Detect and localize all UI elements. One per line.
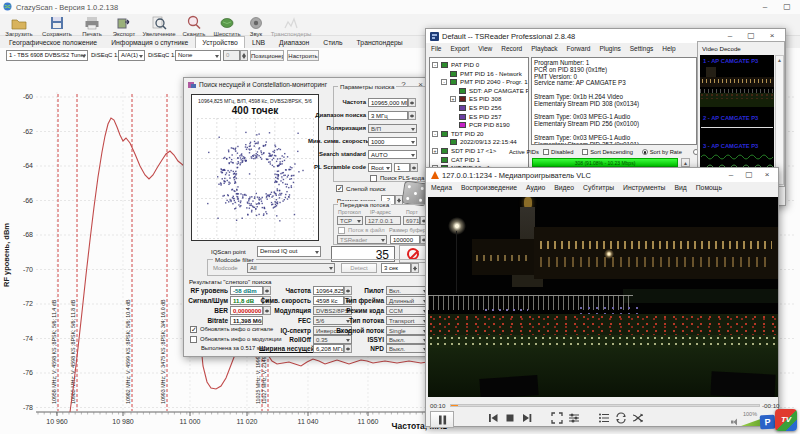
menu-item-file[interactable]: File (431, 45, 441, 52)
video-icon (459, 96, 466, 102)
param-value-stepper[interactable]: 3 МГц (368, 111, 408, 120)
tree-node-label[interactable]: SDT PID 17 <1> (451, 147, 496, 154)
seek-slider[interactable] (450, 404, 760, 407)
port-stepper[interactable]: 6971 (403, 216, 420, 225)
detect-button[interactable]: Detect (341, 263, 377, 273)
tree-expand-toggle[interactable]: - (441, 79, 447, 85)
carrier-width-link[interactable]: Ширина несущей (259, 345, 311, 352)
previous-button[interactable] (486, 411, 501, 426)
menu-item-settings[interactable]: Settings (630, 45, 654, 52)
menu-item-record[interactable]: Record (501, 45, 522, 52)
param-value-select[interactable]: В/П (368, 124, 417, 133)
blind-search-checkbox[interactable]: ✓ (336, 185, 343, 192)
result-value-select[interactable]: Вкл. (386, 286, 429, 295)
tree-expand-toggle[interactable]: - (432, 131, 438, 137)
result-value-select[interactable]: Single (386, 326, 429, 335)
sort-option-radio[interactable] (642, 149, 648, 155)
tree-expand-toggle[interactable]: + (450, 96, 456, 102)
menu-item-playback[interactable]: Playback (531, 45, 557, 52)
menu-item-3[interactable]: Видео (554, 184, 574, 191)
close-button[interactable]: × (760, 169, 774, 180)
shuffle-button[interactable] (631, 411, 646, 426)
ip-field[interactable]: 127.0.0.1 (365, 216, 401, 225)
menu-item-plugins[interactable]: Plugins (599, 45, 620, 52)
param-value-stepper[interactable]: 10965,000 МГц (368, 98, 408, 107)
tree-node-label[interactable]: ES PID 256 (469, 104, 501, 111)
decode-stream-label: 2 - AP CAMGATE P3 (703, 115, 758, 121)
stream-to-file-checkbox[interactable] (338, 227, 345, 234)
menu-item-0[interactable]: Медиа (431, 184, 452, 191)
sort-option-checkbox[interactable] (543, 149, 549, 155)
tv-app-icon[interactable]: TV (775, 409, 797, 431)
menu-item-view[interactable]: View (478, 45, 492, 52)
menu-item-6[interactable]: Вид (674, 184, 686, 191)
video-decode-scrollbar[interactable]: ▲ (775, 55, 784, 185)
pause-button[interactable] (430, 411, 454, 428)
pl-code-stepper[interactable]: 1 (394, 163, 410, 172)
tree-node-label[interactable]: SDT: AP CAMGATE P3 (469, 87, 529, 94)
param-value-select[interactable]: AUTO (368, 150, 417, 159)
minimize-button[interactable]: – (724, 169, 738, 180)
video-decode-title: Video Decode (702, 45, 741, 52)
playlist-button[interactable] (597, 411, 612, 426)
pl-root-select[interactable]: Root (368, 163, 392, 172)
extended-button[interactable] (567, 411, 582, 426)
spinner[interactable] (410, 163, 418, 172)
scroll-up-icon[interactable]: ▲ (681, 158, 690, 167)
tree-node-label[interactable]: TDT PID 20 (451, 130, 484, 137)
details-line: Elementary Stream PID 257 (0x0101) (534, 142, 694, 145)
minimize-button[interactable]: – (723, 30, 737, 41)
tree-expand-toggle[interactable]: - (432, 62, 438, 68)
menu-item-help[interactable]: Help (662, 45, 675, 52)
menu-item-2[interactable]: Аудио (526, 184, 545, 191)
chevron-down-icon (411, 154, 415, 157)
tree-node-label[interactable]: 2022/09/13 22:15:44 (460, 138, 517, 145)
tree-node-label[interactable]: PCR PID 8190 (469, 121, 510, 128)
menu-item-7[interactable]: Помощь (696, 184, 722, 191)
tree-node-label[interactable]: CAT PID 1 (451, 156, 480, 163)
fullscreen-button[interactable] (550, 411, 565, 426)
detect-interval[interactable]: 3 сек (381, 263, 411, 273)
maximize-button[interactable]: ▢ (744, 30, 758, 41)
result-value-select[interactable]: CCM (386, 306, 429, 315)
close-button[interactable]: × (765, 30, 779, 41)
result-value-select[interactable]: Длинный (386, 296, 429, 305)
sort-option-checkbox[interactable] (582, 149, 588, 155)
update-info-checkbox[interactable]: ✓ (190, 326, 197, 333)
menu-item-5[interactable]: Инструменты (623, 184, 665, 191)
result-label: Симв. скорость (259, 297, 311, 304)
iqscan-select[interactable]: Demod IQ out (257, 246, 321, 257)
tree-expand-toggle[interactable]: + (432, 148, 438, 154)
vlc-video-area[interactable] (428, 197, 778, 397)
loop-button[interactable] (614, 411, 629, 426)
details-line: Elementary Stream PID 308 (0x0134) (534, 101, 694, 108)
vlc-titlebar[interactable]: 127.0.0.1:1234 - Медиапроигрыватель VLC … (426, 168, 778, 182)
tree-node-label[interactable]: PMT PID 16 - Network (460, 70, 522, 77)
update-info-checkbox[interactable] (190, 336, 197, 343)
param-value-select[interactable]: 1000 (368, 137, 417, 146)
detect-interval-spin[interactable] (411, 263, 419, 273)
tree-node-label[interactable]: PMT PID 2040 - Progr. 1 (460, 78, 528, 85)
result-label: Bitrate (186, 317, 228, 324)
spinner[interactable] (408, 111, 416, 120)
menu-item-forward[interactable]: Forward (567, 45, 591, 52)
tree-node-label[interactable]: ES PID 257 (469, 113, 501, 120)
menu-item-4[interactable]: Субтитры (583, 184, 614, 191)
maximize-button[interactable]: ▢ (742, 169, 756, 180)
pls-search-checkbox[interactable] (370, 175, 377, 182)
result-value-select[interactable]: Выкл. (386, 335, 429, 344)
consumer-select[interactable]: TSReader (337, 235, 387, 244)
stop-button[interactable] (503, 411, 518, 426)
buffer-stepper[interactable]: 100000 (390, 235, 420, 244)
next-button[interactable] (520, 411, 535, 426)
protocol-select[interactable]: TCP (337, 216, 363, 225)
p-tray-badge[interactable]: P (760, 415, 776, 430)
tree-node-label[interactable]: PAT PID 0 (451, 61, 479, 68)
tree-node-label[interactable]: ES PID 308 (469, 95, 501, 102)
result-value-select[interactable]: Transport (386, 316, 429, 325)
menu-item-1[interactable]: Воспроизведение (461, 184, 517, 191)
result-value-select[interactable]: Выкл. (386, 344, 429, 353)
spinner[interactable] (408, 98, 416, 107)
menu-item-export[interactable]: Export (450, 45, 469, 52)
modcode-select[interactable]: All (247, 263, 335, 273)
